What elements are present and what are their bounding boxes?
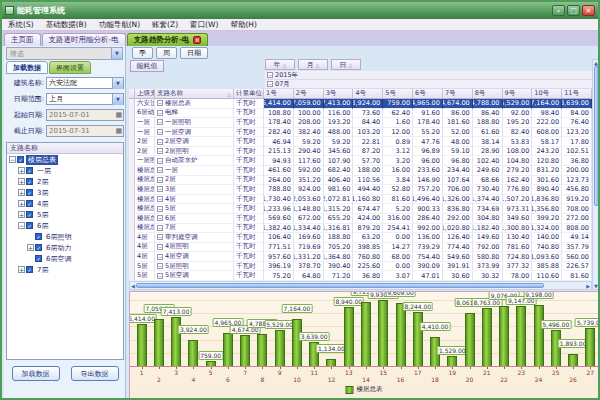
collapse-icon[interactable]: − — [157, 206, 163, 212]
checkbox-icon[interactable]: ✓ — [26, 222, 33, 229]
day-header-1[interactable]: 1号 — [264, 89, 294, 99]
table-row-2[interactable]: 一层−一层照明千瓦时178.40208.00193.2084.401.60178… — [129, 118, 592, 128]
tab-0[interactable]: 主页面 — [4, 33, 41, 46]
day-header-4[interactable]: 4号 — [353, 89, 383, 99]
field-combo[interactable]: 六安法院▼ — [46, 77, 124, 89]
name-cell[interactable]: −5层照明 — [155, 262, 234, 272]
table-row-3[interactable]: 一层−一层空调千瓦时282.40382.40488.00103.2012.005… — [129, 128, 592, 138]
export-data-button[interactable]: 导出数据 — [71, 366, 119, 381]
collapse-icon[interactable]: − — [157, 110, 163, 116]
column-header-0[interactable]: 上级支路△ — [135, 89, 155, 99]
checkbox-icon[interactable]: ✓ — [35, 255, 42, 262]
tab-1[interactable]: 支路逐时用能分析-电 — [42, 33, 126, 46]
close-button[interactable]: ✕ — [582, 5, 595, 16]
collapse-icon[interactable]: − — [157, 254, 163, 260]
pivot-button-0[interactable]: 年△ — [265, 59, 295, 70]
sidebar-tab-0[interactable]: 加载数据 — [6, 61, 48, 74]
checkbox-icon[interactable]: ✓ — [26, 178, 33, 185]
v-scrollbar[interactable]: ▲ ▼ — [592, 59, 600, 290]
collapse-icon[interactable]: − — [157, 158, 163, 164]
collapse-icon[interactable]: − — [18, 222, 25, 229]
menu-item-1[interactable]: 基础数据(B) — [40, 20, 93, 30]
day-header-9[interactable]: 9号 — [503, 89, 533, 99]
sidebar-tab-1[interactable]: 界面设置 — [49, 61, 91, 74]
name-cell[interactable]: −自动茶水炉 — [155, 156, 234, 166]
name-cell[interactable]: −一层空调 — [155, 128, 234, 138]
menu-item-5[interactable]: 帮助(H) — [224, 20, 263, 30]
tree-node-6层照明[interactable]: ✓6层照明 — [7, 231, 123, 242]
collapse-icon[interactable]: − — [267, 72, 273, 78]
scroll-left-icon[interactable]: ◀ — [130, 283, 136, 289]
day-header-2[interactable]: 2号 — [294, 89, 324, 99]
name-cell[interactable]: −电梯 — [155, 109, 234, 119]
collapse-icon[interactable]: − — [157, 263, 163, 269]
table-row-14[interactable]: 4层−审判庭空调千瓦时106.40169.60188.8063.200.0013… — [129, 233, 592, 243]
collapse-icon[interactable]: − — [157, 129, 163, 135]
tree-node-5层[interactable]: +✓5层 — [7, 209, 123, 220]
pivot-button-2[interactable]: 日△ — [331, 59, 361, 70]
menu-item-4[interactable]: 窗口(W) — [184, 20, 224, 30]
table-row-12[interactable]: 楼层总表−6层千瓦时569.60672.00655.20424.00316.00… — [129, 214, 592, 224]
expand-icon[interactable]: + — [18, 266, 25, 273]
scroll-down-icon[interactable]: ▼ — [593, 283, 599, 289]
tree-node-6层[interactable]: −✓6层 — [7, 220, 123, 231]
expand-icon[interactable]: + — [18, 200, 25, 207]
checkbox-icon[interactable]: ✓ — [26, 266, 33, 273]
tab-close-icon[interactable]: × — [193, 36, 201, 44]
day-header-5[interactable]: 5号 — [383, 89, 413, 99]
tree-node-6层动力[interactable]: +✓6层动力 — [7, 242, 123, 253]
column-header-1[interactable]: 支路名称△ — [155, 89, 234, 99]
table-row-1[interactable]: 6层动力−电梯千瓦时108.80100.00116.0073.6062.4091… — [129, 109, 592, 119]
table-row-6[interactable]: 一层照明−自动茶水炉千瓦时94.93117.60107.9057.703.209… — [129, 156, 592, 166]
table-row-18[interactable]: 5层−5层空调千瓦时75.2064.8071.2036.803.0747.013… — [129, 271, 592, 281]
day-header-8[interactable]: 8号 — [473, 89, 503, 99]
collapse-icon[interactable]: − — [157, 177, 163, 183]
menu-item-0[interactable]: 系统(S) — [2, 20, 40, 30]
expand-icon[interactable]: + — [18, 178, 25, 185]
collapse-icon[interactable]: − — [157, 234, 163, 240]
collapse-icon[interactable]: − — [157, 215, 163, 221]
collapse-icon[interactable]: − — [157, 119, 163, 125]
collapse-icon[interactable]: − — [267, 81, 273, 87]
maximize-button[interactable]: □ — [567, 5, 580, 16]
checkbox-icon[interactable]: ✓ — [26, 200, 33, 207]
collapse-icon[interactable]: − — [157, 225, 163, 231]
table-row-4[interactable]: 2层−2层空调千瓦时46.9459.2059.2022.810.8947.764… — [129, 137, 592, 147]
day-header-10[interactable]: 10号 — [532, 89, 562, 99]
h-scrollbar[interactable]: ◀ ▶ — [129, 281, 592, 290]
collapse-icon[interactable]: − — [157, 244, 163, 250]
group-row-0[interactable]: −2015年 — [265, 71, 592, 80]
expand-icon[interactable]: + — [18, 167, 25, 174]
table-row-7[interactable]: 楼层总表−一层千瓦时461.60592.00682.40188.0016.002… — [129, 166, 592, 176]
table-row-11[interactable]: 楼层总表−5层千瓦时1,233.961,148.801,315.20674.47… — [129, 204, 592, 214]
checkbox-icon[interactable]: ✓ — [17, 156, 24, 163]
name-cell[interactable]: −一层照明 — [155, 118, 234, 128]
checkbox-icon[interactable]: ✓ — [35, 244, 42, 251]
collapse-icon[interactable]: − — [9, 156, 16, 163]
tree-node-一层[interactable]: +✓一层 — [7, 165, 123, 176]
collapse-icon[interactable]: − — [157, 273, 163, 279]
name-cell[interactable]: −5层空调 — [155, 271, 234, 281]
collapse-icon[interactable]: − — [157, 139, 163, 145]
minimize-button[interactable]: – — [552, 5, 565, 16]
tree-node-3层[interactable]: +✓3层 — [7, 187, 123, 198]
day-header-3[interactable]: 3号 — [324, 89, 354, 99]
name-cell[interactable]: −4层照明 — [155, 243, 234, 253]
name-cell[interactable]: −2层 — [155, 176, 234, 186]
table-row-15[interactable]: 4层−4层照明千瓦时771.51719.69705.20398.8514.277… — [129, 243, 592, 253]
filter-combo[interactable]: 筛选 ▼ — [6, 47, 123, 60]
day-header-6[interactable]: 6号 — [413, 89, 443, 99]
name-cell[interactable]: −6层 — [155, 214, 234, 224]
table-row-9[interactable]: 楼层总表−3层千瓦时788.80924.00981.60494.4052.807… — [129, 185, 592, 195]
day-header-11[interactable]: 11号 — [562, 89, 592, 99]
tree-node-4层[interactable]: +✓4层 — [7, 198, 123, 209]
name-cell[interactable]: −2层照明 — [155, 147, 234, 157]
collapse-icon[interactable]: − — [157, 186, 163, 192]
period-button-2[interactable]: 日期 — [180, 47, 208, 59]
tree-node-7层[interactable]: +✓7层 — [7, 264, 123, 275]
expand-icon[interactable]: + — [18, 211, 25, 218]
expand-icon[interactable]: + — [18, 189, 25, 196]
checkbox-icon[interactable]: ✓ — [26, 211, 33, 218]
menu-item-2[interactable]: 功能导航(N) — [93, 20, 146, 30]
combo-arrow-icon[interactable]: ▼ — [111, 48, 122, 59]
